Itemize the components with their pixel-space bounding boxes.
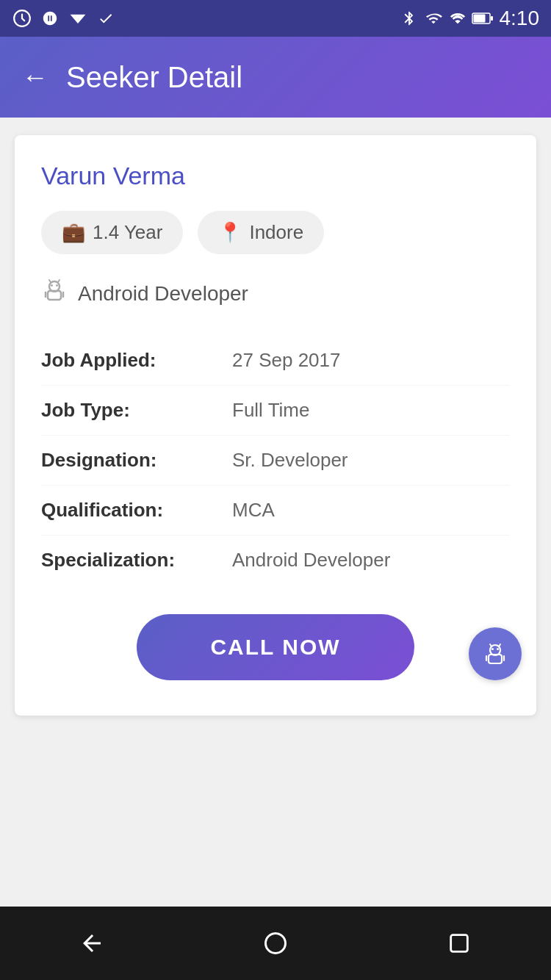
svg-line-7 <box>49 280 51 282</box>
home-nav-button[interactable] <box>256 924 295 962</box>
location-value: Indore <box>249 221 303 244</box>
status-bar-left <box>12 8 116 29</box>
page-title: Seeker Detail <box>66 61 242 94</box>
svg-line-8 <box>58 280 60 282</box>
svg-rect-21 <box>451 935 468 952</box>
battery-icon <box>472 10 494 26</box>
status-bar-right: 4:10 <box>401 7 540 30</box>
experience-value: 1.4 Year <box>93 221 162 244</box>
detail-label: Job Applied: <box>41 349 232 372</box>
detail-value: 27 Sep 2017 <box>232 349 510 372</box>
android-fab[interactable] <box>469 627 522 680</box>
back-nav-button[interactable] <box>73 924 111 962</box>
wifi-icon <box>423 10 444 26</box>
robot-icon <box>41 278 68 309</box>
detail-row: Qualification:MCA <box>41 486 510 536</box>
detail-value: Sr. Developer <box>232 449 510 472</box>
app-header: ← Seeker Detail <box>0 37 551 118</box>
back-button[interactable]: ← <box>22 62 48 93</box>
location-badge: 📍 Indore <box>198 211 324 254</box>
call-now-button[interactable]: CALL NOW <box>137 614 414 680</box>
detail-row: Job Type:Full Time <box>41 386 510 436</box>
seeker-name: Varun Verma <box>41 162 510 190</box>
role-value: Android Developer <box>78 282 248 306</box>
badge-row: 💼 1.4 Year 📍 Indore <box>41 211 510 254</box>
svg-line-15 <box>490 644 491 646</box>
status-bar: 4:10 <box>0 0 551 37</box>
recents-nav-button[interactable] <box>440 924 478 962</box>
svg-point-5 <box>51 284 53 287</box>
time-display: 4:10 <box>500 7 540 30</box>
svg-point-20 <box>266 934 286 954</box>
status-icon-2 <box>40 8 60 29</box>
detail-label: Designation: <box>41 449 232 472</box>
detail-value: MCA <box>232 499 510 522</box>
bluetooth-icon <box>401 8 417 29</box>
status-icon-3 <box>68 8 88 29</box>
svg-point-6 <box>56 284 58 287</box>
role-row: Android Developer <box>41 278 510 309</box>
detail-row: Job Applied:27 Sep 2017 <box>41 336 510 386</box>
svg-rect-3 <box>473 15 485 23</box>
detail-label: Job Type: <box>41 399 232 422</box>
detail-row: Specialization:Android Developer <box>41 536 510 585</box>
detail-label: Qualification: <box>41 499 232 522</box>
status-icon-4 <box>96 8 116 29</box>
status-icon-1 <box>12 8 32 29</box>
signal-icon <box>450 10 466 26</box>
bottom-navigation <box>0 907 551 980</box>
experience-badge: 💼 1.4 Year <box>41 211 183 254</box>
detail-row: Designation:Sr. Developer <box>41 436 510 486</box>
svg-rect-2 <box>491 16 493 21</box>
detail-value: Full Time <box>232 399 510 422</box>
svg-point-14 <box>497 648 499 650</box>
main-content: Varun Verma 💼 1.4 Year 📍 Indore <box>0 118 551 820</box>
detail-value: Android Developer <box>232 549 510 572</box>
details-section: Job Applied:27 Sep 2017Job Type:Full Tim… <box>41 336 510 585</box>
svg-line-16 <box>499 644 500 646</box>
briefcase-icon: 💼 <box>62 221 85 244</box>
seeker-card: Varun Verma 💼 1.4 Year 📍 Indore <box>15 135 536 716</box>
detail-label: Specialization: <box>41 549 232 572</box>
call-now-wrapper: CALL NOW <box>41 614 510 680</box>
svg-point-13 <box>491 648 494 650</box>
location-icon: 📍 <box>218 221 242 244</box>
